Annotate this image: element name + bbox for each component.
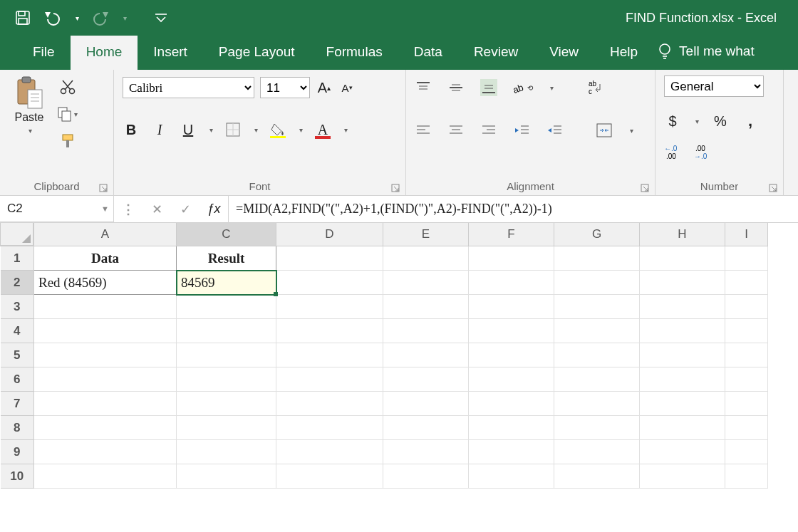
cell-D1[interactable] — [276, 246, 383, 271]
tab-help[interactable]: Help — [594, 36, 653, 70]
cell-D10[interactable] — [276, 464, 383, 489]
undo-icon[interactable] — [44, 9, 61, 26]
tab-formulas[interactable]: Formulas — [311, 36, 398, 70]
font-dialog-launcher[interactable] — [391, 184, 401, 194]
clipboard-dialog-launcher[interactable] — [99, 184, 109, 194]
merge-dropdown-icon[interactable]: ▾ — [630, 127, 633, 135]
cell-I3[interactable] — [725, 295, 768, 319]
cell-C7[interactable] — [177, 392, 276, 416]
cell-D8[interactable] — [276, 416, 383, 440]
cell-C8[interactable] — [177, 416, 276, 440]
cell-I7[interactable] — [725, 392, 768, 416]
tab-view[interactable]: View — [534, 36, 594, 70]
select-all-corner[interactable] — [1, 223, 34, 246]
accounting-dropdown-icon[interactable]: ▾ — [695, 118, 699, 125]
tab-data[interactable]: Data — [398, 36, 458, 70]
cell-A6[interactable] — [34, 367, 177, 392]
decrease-indent-button[interactable] — [513, 122, 530, 139]
tab-insert[interactable]: Insert — [138, 36, 203, 70]
tell-me-search[interactable]: Tell me what — [653, 36, 762, 70]
font-color-button[interactable]: A — [314, 121, 331, 138]
cell-E8[interactable] — [383, 416, 469, 440]
cell-I5[interactable] — [725, 343, 768, 367]
qat-customize-icon[interactable] — [152, 9, 170, 26]
cell-C3[interactable] — [177, 295, 276, 319]
alignment-dialog-launcher[interactable] — [641, 184, 651, 194]
cell-I9[interactable] — [725, 440, 768, 464]
col-header-C[interactable]: C — [177, 223, 276, 246]
cell-C10[interactable] — [177, 464, 276, 489]
format-painter-button[interactable] — [57, 132, 78, 150]
cell-H2[interactable] — [640, 271, 725, 295]
cell-G1[interactable] — [554, 246, 640, 271]
cell-G5[interactable] — [554, 343, 640, 367]
tab-file[interactable]: File — [17, 36, 71, 70]
cell-H4[interactable] — [640, 319, 725, 343]
cell-F3[interactable] — [469, 295, 554, 319]
cell-H1[interactable] — [640, 246, 725, 271]
accounting-format-button[interactable]: $ — [664, 113, 681, 130]
cell-E7[interactable] — [383, 392, 469, 416]
orientation-button[interactable]: ab⟲ — [513, 79, 533, 96]
cell-E6[interactable] — [383, 367, 469, 392]
enter-formula-button[interactable]: ✓ — [171, 202, 200, 217]
cell-C5[interactable] — [177, 343, 276, 367]
shrink-font-button[interactable]: A▾ — [338, 79, 356, 96]
cell-D6[interactable] — [276, 367, 383, 392]
cell-C2[interactable]: 84569 — [177, 271, 276, 295]
cell-D9[interactable] — [276, 440, 383, 464]
increase-indent-button[interactable] — [546, 122, 563, 139]
col-header-D[interactable]: D — [276, 223, 383, 246]
spreadsheet-grid[interactable]: A C D E F G H I 1 Data Result 2 Red (845… — [0, 223, 798, 489]
row-header-6[interactable]: 6 — [1, 367, 34, 392]
cell-E10[interactable] — [383, 464, 469, 489]
align-right-button[interactable] — [480, 122, 497, 139]
wrap-text-button[interactable]: abc — [586, 79, 603, 96]
number-dialog-launcher[interactable] — [769, 184, 779, 194]
number-format-select[interactable]: General — [664, 75, 764, 97]
tab-home[interactable]: Home — [71, 36, 138, 70]
cell-A3[interactable] — [34, 295, 177, 319]
cell-D4[interactable] — [276, 319, 383, 343]
col-header-G[interactable]: G — [554, 223, 640, 246]
font-color-dropdown-icon[interactable]: ▾ — [344, 126, 348, 134]
italic-button[interactable]: I — [151, 121, 168, 138]
comma-style-button[interactable]: , — [742, 113, 759, 130]
font-size-select[interactable]: 11 — [260, 77, 310, 98]
row-header-5[interactable]: 5 — [1, 343, 34, 367]
cell-I6[interactable] — [725, 367, 768, 392]
cell-A8[interactable] — [34, 416, 177, 440]
cell-H6[interactable] — [640, 367, 725, 392]
cell-F1[interactable] — [469, 246, 554, 271]
percent-button[interactable]: % — [712, 113, 729, 130]
row-header-10[interactable]: 10 — [1, 464, 34, 489]
cell-E3[interactable] — [383, 295, 469, 319]
cell-D2[interactable] — [276, 271, 383, 295]
cell-H5[interactable] — [640, 343, 725, 367]
cell-D3[interactable] — [276, 295, 383, 319]
copy-dropdown-icon[interactable]: ▾ — [74, 110, 78, 118]
cell-F9[interactable] — [469, 440, 554, 464]
font-name-select[interactable]: Calibri — [123, 77, 254, 98]
fill-color-dropdown-icon[interactable]: ▾ — [299, 126, 303, 134]
cell-F4[interactable] — [469, 319, 554, 343]
row-header-1[interactable]: 1 — [1, 246, 34, 271]
fill-color-button[interactable] — [269, 121, 286, 138]
row-header-3[interactable]: 3 — [1, 295, 34, 319]
cell-I4[interactable] — [725, 319, 768, 343]
orientation-dropdown-icon[interactable]: ▾ — [550, 84, 554, 92]
cell-F5[interactable] — [469, 343, 554, 367]
cell-G2[interactable] — [554, 271, 640, 295]
cell-F7[interactable] — [469, 392, 554, 416]
undo-dropdown-icon[interactable]: ▾ — [76, 14, 79, 22]
cell-D5[interactable] — [276, 343, 383, 367]
cell-I2[interactable] — [725, 271, 768, 295]
decrease-decimal-button[interactable]: .00→.0 — [694, 144, 711, 161]
cell-I10[interactable] — [725, 464, 768, 489]
row-header-7[interactable]: 7 — [1, 392, 34, 416]
align-top-button[interactable] — [415, 79, 432, 96]
col-header-F[interactable]: F — [469, 223, 554, 246]
row-header-4[interactable]: 4 — [1, 319, 34, 343]
col-header-H[interactable]: H — [640, 223, 725, 246]
name-box-dropdown-icon[interactable]: ▼ — [101, 204, 109, 213]
